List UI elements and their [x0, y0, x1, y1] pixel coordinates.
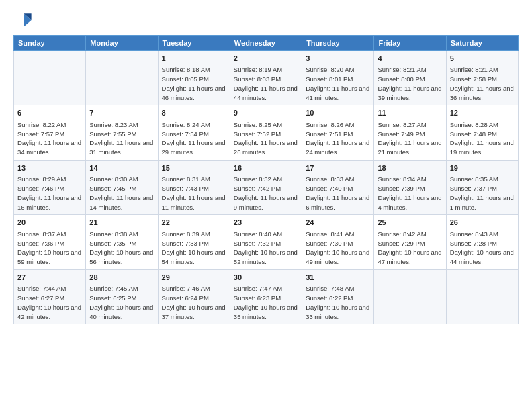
- week-row-2: 6Sunrise: 8:22 AMSunset: 7:57 PMDaylight…: [14, 105, 519, 160]
- day-detail: Sunrise: 8:18 AMSunset: 8:05 PMDaylight:…: [162, 65, 226, 102]
- day-detail: Sunrise: 8:35 AMSunset: 7:37 PMDaylight:…: [450, 175, 515, 212]
- day-number: 15: [162, 163, 226, 173]
- table-row: 20Sunrise: 8:37 AMSunset: 7:36 PMDayligh…: [14, 215, 86, 269]
- table-row: 24Sunrise: 8:41 AMSunset: 7:30 PMDayligh…: [302, 215, 374, 269]
- day-number: 5: [450, 54, 515, 64]
- day-detail: Sunrise: 8:32 AMSunset: 7:42 PMDaylight:…: [234, 175, 298, 212]
- day-detail: Sunrise: 8:33 AMSunset: 7:40 PMDaylight:…: [306, 175, 370, 212]
- day-detail: Sunrise: 8:31 AMSunset: 7:43 PMDaylight:…: [162, 175, 226, 212]
- table-row: 29Sunrise: 7:46 AMSunset: 6:24 PMDayligh…: [158, 269, 230, 324]
- table-row: 16Sunrise: 8:32 AMSunset: 7:42 PMDayligh…: [230, 160, 302, 214]
- day-number: 6: [17, 108, 82, 118]
- col-saturday: Saturday: [446, 36, 518, 51]
- day-detail: Sunrise: 8:34 AMSunset: 7:39 PMDaylight:…: [378, 175, 442, 212]
- table-row: 19Sunrise: 8:35 AMSunset: 7:37 PMDayligh…: [446, 160, 518, 214]
- day-number: 16: [234, 163, 298, 173]
- day-number: 7: [89, 108, 154, 118]
- table-row: 15Sunrise: 8:31 AMSunset: 7:43 PMDayligh…: [158, 160, 230, 214]
- day-number: 30: [234, 273, 298, 283]
- day-detail: Sunrise: 8:21 AMSunset: 8:00 PMDaylight:…: [378, 65, 442, 102]
- day-detail: Sunrise: 8:23 AMSunset: 7:55 PMDaylight:…: [89, 120, 154, 157]
- col-tuesday: Tuesday: [158, 36, 230, 51]
- table-row: 17Sunrise: 8:33 AMSunset: 7:40 PMDayligh…: [302, 160, 374, 214]
- col-wednesday: Wednesday: [230, 36, 302, 51]
- day-detail: Sunrise: 8:29 AMSunset: 7:46 PMDaylight:…: [17, 175, 82, 212]
- page: Sunday Monday Tuesday Wednesday Thursday…: [0, 0, 532, 411]
- day-number: 10: [306, 108, 370, 118]
- table-row: 10Sunrise: 8:26 AMSunset: 7:51 PMDayligh…: [302, 105, 374, 160]
- logo: [13, 11, 35, 30]
- day-number: 22: [162, 218, 226, 228]
- logo-icon: [13, 11, 32, 30]
- table-row: 25Sunrise: 8:42 AMSunset: 7:29 PMDayligh…: [374, 215, 446, 269]
- day-detail: Sunrise: 7:47 AMSunset: 6:23 PMDaylight:…: [234, 284, 298, 321]
- week-row-4: 20Sunrise: 8:37 AMSunset: 7:36 PMDayligh…: [14, 215, 519, 269]
- table-row: 8Sunrise: 8:24 AMSunset: 7:54 PMDaylight…: [158, 105, 230, 160]
- table-row: 3Sunrise: 8:20 AMSunset: 8:01 PMDaylight…: [302, 51, 374, 105]
- week-row-3: 13Sunrise: 8:29 AMSunset: 7:46 PMDayligh…: [14, 160, 519, 214]
- day-number: 26: [450, 218, 515, 228]
- day-detail: Sunrise: 8:43 AMSunset: 7:28 PMDaylight:…: [450, 230, 515, 267]
- week-row-1: 1Sunrise: 8:18 AMSunset: 8:05 PMDaylight…: [14, 51, 519, 105]
- table-row: [14, 51, 86, 105]
- day-detail: Sunrise: 7:48 AMSunset: 6:22 PMDaylight:…: [306, 284, 370, 321]
- day-number: 3: [306, 54, 370, 64]
- table-row: 1Sunrise: 8:18 AMSunset: 8:05 PMDaylight…: [158, 51, 230, 105]
- day-number: 8: [162, 108, 226, 118]
- table-row: 30Sunrise: 7:47 AMSunset: 6:23 PMDayligh…: [230, 269, 302, 324]
- day-number: 28: [89, 273, 154, 283]
- day-detail: Sunrise: 7:44 AMSunset: 6:27 PMDaylight:…: [17, 284, 82, 321]
- table-row: 4Sunrise: 8:21 AMSunset: 8:00 PMDaylight…: [374, 51, 446, 105]
- day-detail: Sunrise: 8:24 AMSunset: 7:54 PMDaylight:…: [162, 120, 226, 157]
- table-row: [86, 51, 158, 105]
- day-detail: Sunrise: 8:42 AMSunset: 7:29 PMDaylight:…: [378, 230, 442, 267]
- day-detail: Sunrise: 7:45 AMSunset: 6:25 PMDaylight:…: [89, 284, 154, 321]
- day-number: 11: [378, 108, 442, 118]
- table-row: 12Sunrise: 8:28 AMSunset: 7:48 PMDayligh…: [446, 105, 518, 160]
- day-number: 17: [306, 163, 370, 173]
- col-sunday: Sunday: [14, 36, 86, 51]
- day-detail: Sunrise: 8:25 AMSunset: 7:52 PMDaylight:…: [234, 120, 298, 157]
- day-detail: Sunrise: 8:28 AMSunset: 7:48 PMDaylight:…: [450, 120, 515, 157]
- day-detail: Sunrise: 8:39 AMSunset: 7:33 PMDaylight:…: [162, 230, 226, 267]
- calendar-body: 1Sunrise: 8:18 AMSunset: 8:05 PMDaylight…: [14, 51, 519, 324]
- table-row: [446, 269, 518, 324]
- day-number: 23: [234, 218, 298, 228]
- day-detail: Sunrise: 8:20 AMSunset: 8:01 PMDaylight:…: [306, 65, 370, 102]
- table-row: 14Sunrise: 8:30 AMSunset: 7:45 PMDayligh…: [86, 160, 158, 214]
- day-number: 27: [17, 273, 82, 283]
- day-number: 29: [162, 273, 226, 283]
- table-row: 27Sunrise: 7:44 AMSunset: 6:27 PMDayligh…: [14, 269, 86, 324]
- week-row-5: 27Sunrise: 7:44 AMSunset: 6:27 PMDayligh…: [14, 269, 519, 324]
- table-row: 26Sunrise: 8:43 AMSunset: 7:28 PMDayligh…: [446, 215, 518, 269]
- day-detail: Sunrise: 8:19 AMSunset: 8:03 PMDaylight:…: [234, 65, 298, 102]
- table-row: [374, 269, 446, 324]
- calendar: Sunday Monday Tuesday Wednesday Thursday…: [13, 35, 519, 324]
- day-number: 25: [378, 218, 442, 228]
- day-detail: Sunrise: 8:26 AMSunset: 7:51 PMDaylight:…: [306, 120, 370, 157]
- day-detail: Sunrise: 8:30 AMSunset: 7:45 PMDaylight:…: [89, 175, 154, 212]
- day-number: 20: [17, 218, 82, 228]
- day-number: 2: [234, 54, 298, 64]
- table-row: 2Sunrise: 8:19 AMSunset: 8:03 PMDaylight…: [230, 51, 302, 105]
- table-row: 31Sunrise: 7:48 AMSunset: 6:22 PMDayligh…: [302, 269, 374, 324]
- day-detail: Sunrise: 7:46 AMSunset: 6:24 PMDaylight:…: [162, 284, 226, 321]
- day-number: 19: [450, 163, 515, 173]
- day-detail: Sunrise: 8:40 AMSunset: 7:32 PMDaylight:…: [234, 230, 298, 267]
- table-row: 18Sunrise: 8:34 AMSunset: 7:39 PMDayligh…: [374, 160, 446, 214]
- col-friday: Friday: [374, 36, 446, 51]
- day-detail: Sunrise: 8:41 AMSunset: 7:30 PMDaylight:…: [306, 230, 370, 267]
- day-number: 1: [162, 54, 226, 64]
- day-number: 12: [450, 108, 515, 118]
- day-detail: Sunrise: 8:37 AMSunset: 7:36 PMDaylight:…: [17, 230, 82, 267]
- table-row: 6Sunrise: 8:22 AMSunset: 7:57 PMDaylight…: [14, 105, 86, 160]
- day-detail: Sunrise: 8:27 AMSunset: 7:49 PMDaylight:…: [378, 120, 442, 157]
- day-number: 31: [306, 273, 370, 283]
- day-number: 24: [306, 218, 370, 228]
- table-row: 5Sunrise: 8:21 AMSunset: 7:58 PMDaylight…: [446, 51, 518, 105]
- table-row: 11Sunrise: 8:27 AMSunset: 7:49 PMDayligh…: [374, 105, 446, 160]
- header: [13, 11, 519, 30]
- table-row: 23Sunrise: 8:40 AMSunset: 7:32 PMDayligh…: [230, 215, 302, 269]
- col-thursday: Thursday: [302, 36, 374, 51]
- table-row: 13Sunrise: 8:29 AMSunset: 7:46 PMDayligh…: [14, 160, 86, 214]
